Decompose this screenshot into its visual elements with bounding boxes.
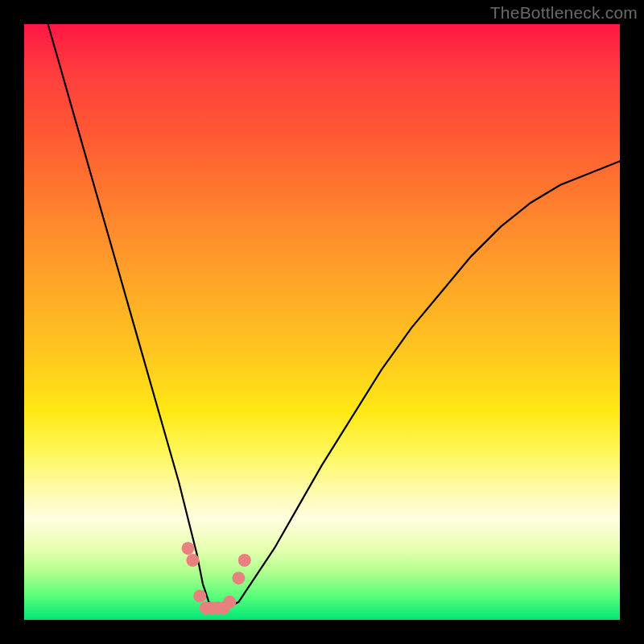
marker-dot bbox=[238, 554, 251, 567]
curve-layer bbox=[24, 24, 620, 620]
marker-dot bbox=[232, 572, 245, 584]
chart-frame: TheBottleneck.com bbox=[0, 0, 644, 644]
plot-area bbox=[24, 24, 620, 620]
watermark-text: TheBottleneck.com bbox=[490, 3, 638, 23]
marker-dot bbox=[193, 589, 206, 602]
optimal-markers bbox=[182, 542, 251, 614]
bottleneck-curve bbox=[48, 24, 620, 608]
marker-dot bbox=[223, 596, 236, 609]
marker-dot bbox=[182, 542, 195, 555]
marker-dot bbox=[186, 554, 199, 567]
